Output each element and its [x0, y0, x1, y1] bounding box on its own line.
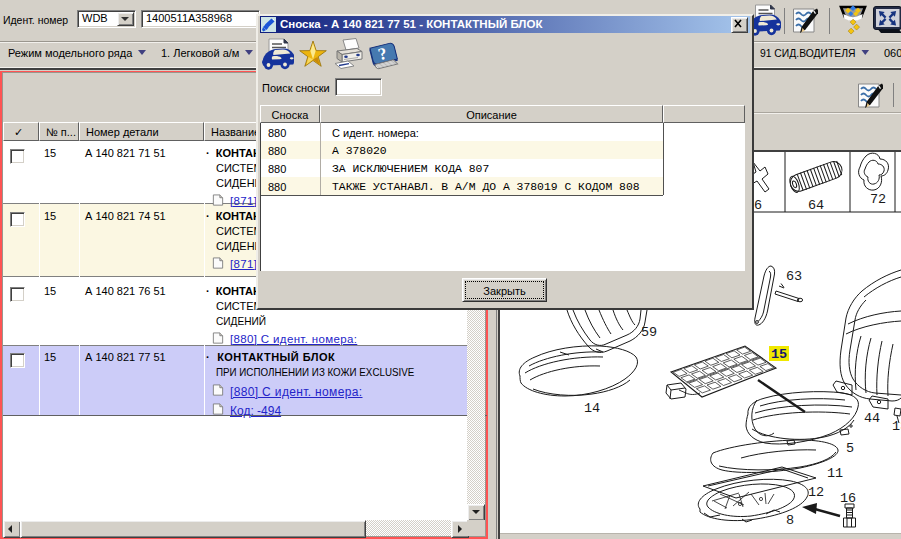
svg-text:14: 14 — [584, 401, 600, 416]
svg-text:64: 64 — [808, 198, 824, 213]
svg-text:44: 44 — [864, 411, 880, 426]
svg-text:15: 15 — [771, 347, 787, 362]
svg-text:8: 8 — [786, 513, 794, 528]
svg-text:12: 12 — [808, 485, 824, 500]
svg-text:13: 13 — [892, 419, 901, 434]
svg-text:16: 16 — [840, 491, 856, 506]
svg-text:63: 63 — [786, 269, 802, 284]
svg-text:59: 59 — [641, 325, 657, 340]
svg-text:72: 72 — [870, 192, 886, 207]
svg-text:5: 5 — [846, 441, 854, 456]
svg-text:11: 11 — [827, 466, 843, 481]
